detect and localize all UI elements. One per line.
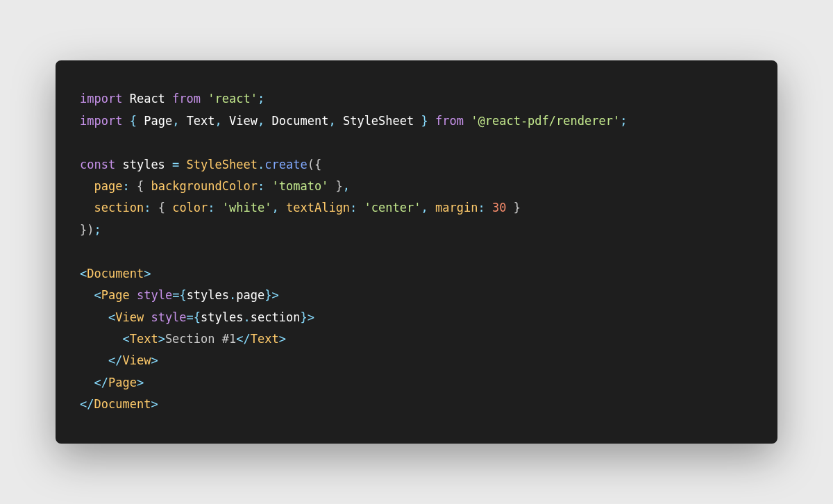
tag-close: > <box>279 332 286 346</box>
identifier-styles: styles <box>122 158 165 171</box>
tag-close: > <box>158 332 165 346</box>
text-section-content: Section #1 <box>165 332 236 346</box>
prop-margin: margin <box>435 201 478 215</box>
code-line-9: <Document> <box>80 263 753 285</box>
identifier-page: Page <box>144 114 172 128</box>
brace-close: } <box>336 179 343 193</box>
tag-open: < <box>122 332 129 346</box>
string-module: '@react-pdf/renderer' <box>471 114 620 128</box>
identifier-document: Document <box>272 114 329 128</box>
brace-open: { <box>158 201 165 215</box>
code-line-1: import React from 'react'; <box>80 88 753 110</box>
identifier-styles: styles <box>187 288 229 302</box>
tag-close-open: </ <box>94 376 108 389</box>
code-line-12: <Text>Section #1</Text> <box>80 328 753 350</box>
tag-close: > <box>151 397 158 411</box>
comma: , <box>172 114 179 128</box>
tag-open: < <box>80 267 87 280</box>
tag-close: > <box>151 353 158 367</box>
class-stylesheet: StyleSheet <box>187 158 258 171</box>
paren-close: ) <box>87 223 94 237</box>
semicolon: ; <box>94 223 101 237</box>
identifier-page: page <box>236 288 264 302</box>
code-line-7: }); <box>80 219 753 241</box>
code-line-4: const styles = StyleSheet.create({ <box>80 154 753 176</box>
tag-open: < <box>108 310 115 324</box>
keyword-import: import <box>80 92 122 106</box>
code-editor-window: import React from 'react'; import { Page… <box>56 60 777 444</box>
code-line-15: </Document> <box>80 394 753 415</box>
comma: , <box>328 114 335 128</box>
comma: , <box>421 201 428 215</box>
colon: : <box>208 201 214 215</box>
brace-open: { <box>179 288 186 302</box>
dot: . <box>244 310 251 324</box>
tag-view: View <box>115 310 144 324</box>
tag-close: > <box>272 288 279 302</box>
tag-open: < <box>94 288 101 302</box>
tag-view-close: View <box>122 353 151 367</box>
colon: : <box>350 201 357 215</box>
method-create: create <box>264 158 307 171</box>
brace-close: } <box>421 114 428 128</box>
code-line-14: </Page> <box>80 372 753 394</box>
code-line-5: page: { backgroundColor: 'tomato' }, <box>80 176 753 197</box>
tag-text: Text <box>130 332 158 346</box>
tag-text-close: Text <box>251 332 279 346</box>
semicolon: ; <box>620 114 627 128</box>
comma: , <box>343 179 350 193</box>
prop-backgroundcolor: backgroundColor <box>151 179 258 193</box>
semicolon: ; <box>258 92 264 106</box>
tag-close: > <box>308 310 314 324</box>
identifier-stylesheet: StyleSheet <box>343 114 414 128</box>
colon: : <box>122 179 129 193</box>
string-tomato: 'tomato' <box>271 179 328 193</box>
equals: = <box>187 310 194 324</box>
identifier-view: View <box>229 114 258 128</box>
attr-style: style <box>137 288 172 302</box>
tag-page: Page <box>101 288 130 302</box>
brace-close: } <box>264 288 271 302</box>
brace-open: { <box>137 179 144 193</box>
keyword-const: const <box>80 158 115 171</box>
tag-close-open: </ <box>236 332 250 346</box>
brace-close: } <box>80 223 87 237</box>
tag-close: > <box>144 267 151 280</box>
string-center: 'center' <box>364 201 421 215</box>
prop-textalign: textAlign <box>286 201 350 215</box>
comma: , <box>258 114 264 128</box>
colon: : <box>144 201 151 215</box>
identifier-text: Text <box>187 114 215 128</box>
identifier-react: React <box>130 92 165 106</box>
code-line-10: <Page style={styles.page}> <box>80 285 753 306</box>
code-line-6: section: { color: 'white', textAlign: 'c… <box>80 197 753 219</box>
code-line-2: import { Page, Text, View, Document, Sty… <box>80 110 753 132</box>
comma: , <box>215 114 222 128</box>
keyword-import: import <box>80 114 122 128</box>
identifier-section: section <box>251 310 301 324</box>
comma: , <box>271 201 278 215</box>
code-line-blank <box>80 132 753 153</box>
tag-close-open: </ <box>108 353 122 367</box>
tag-close-open: </ <box>80 397 94 411</box>
prop-page: page <box>94 179 122 193</box>
tag-page-close: Page <box>108 376 137 389</box>
keyword-from: from <box>172 92 201 106</box>
prop-color: color <box>172 201 208 215</box>
identifier-styles: styles <box>201 310 243 324</box>
string-react: 'react' <box>208 92 258 106</box>
brace-open: { <box>130 114 137 128</box>
code-line-13: </View> <box>80 350 753 371</box>
attr-style: style <box>151 310 186 324</box>
brace-close: } <box>514 201 521 215</box>
prop-section: section <box>94 201 144 215</box>
equals: = <box>172 288 179 302</box>
string-white: 'white' <box>222 201 272 215</box>
brace-open: { <box>314 158 321 171</box>
brace-close: } <box>300 310 307 324</box>
code-line-blank <box>80 241 753 262</box>
number-30: 30 <box>492 201 506 215</box>
tag-close: > <box>137 376 144 389</box>
brace-open: { <box>194 310 201 324</box>
tag-document-close: Document <box>94 397 151 411</box>
